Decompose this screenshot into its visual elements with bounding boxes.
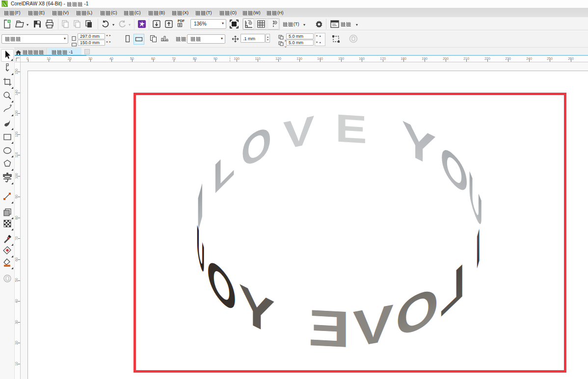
- svg-text:O: O: [396, 274, 439, 351]
- svg-text:O: O: [207, 244, 237, 327]
- svg-text:E: E: [308, 299, 350, 358]
- svg-text:L: L: [440, 252, 465, 328]
- svg-text:O: O: [241, 115, 271, 178]
- svg-text:E: E: [335, 106, 367, 152]
- svg-text:V: V: [283, 107, 315, 158]
- svg-text:O: O: [440, 133, 468, 207]
- svg-text:L: L: [213, 136, 235, 204]
- svg-text:Y: Y: [239, 273, 275, 347]
- svg-text:Y: Y: [402, 111, 436, 177]
- svg-text:V: V: [353, 294, 394, 358]
